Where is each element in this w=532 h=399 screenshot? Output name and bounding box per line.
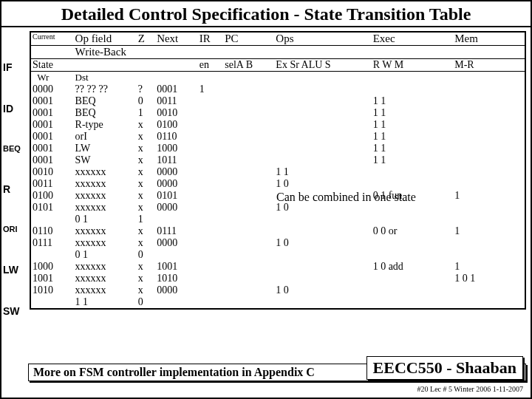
cell-pc <box>223 273 274 284</box>
cell-ops: 1 0 <box>274 237 371 249</box>
cell-st <box>31 214 74 225</box>
cell-ops <box>274 107 371 119</box>
cell-st: 0001 <box>31 131 74 143</box>
cell-pc <box>223 284 274 296</box>
cell-mem <box>453 154 525 166</box>
cell-ir <box>198 273 224 284</box>
cell-mem <box>453 178 525 190</box>
cell-mem: 1 <box>453 261 525 273</box>
cell-pc <box>223 225 274 237</box>
cell-op: orI <box>74 131 137 143</box>
cell-st: 0101 <box>31 202 74 214</box>
cell-z: x <box>137 154 155 166</box>
cell-ops <box>274 249 371 261</box>
table-row: 0001BEQ100101 1 <box>31 107 525 119</box>
cell-op: xxxxxx <box>74 261 137 273</box>
header-row-3: Wr Dst <box>31 72 525 84</box>
header-row-2: State en selA B Ex Sr ALU S R W M M-R <box>31 59 525 72</box>
stage-r: R <box>3 184 28 194</box>
cell-mem: 1 <box>453 225 525 237</box>
cell-ops <box>274 83 371 95</box>
cell-exec <box>372 237 454 249</box>
cell-st <box>31 296 74 308</box>
cell-z: 1 <box>137 107 155 119</box>
table-row: 0000?? ?? ???00011 <box>31 83 525 95</box>
cell-z: x <box>137 284 155 296</box>
table-row: 0001SWx10111 1 <box>31 154 525 166</box>
cell-ir <box>198 202 224 214</box>
cell-ops <box>274 95 371 107</box>
cell-op: xxxxxx <box>74 178 137 190</box>
cell-mem <box>453 284 525 296</box>
sub-s: S <box>325 59 331 70</box>
cell-exec <box>372 273 454 284</box>
hdr-ir: IR <box>198 33 224 46</box>
cell-nx: 1001 <box>155 261 198 273</box>
cell-nx: 0000 <box>155 237 198 249</box>
cell-mem <box>453 237 525 249</box>
hdr-current: Current <box>31 33 74 46</box>
cell-exec: 0 0 or <box>372 225 454 237</box>
cell-op: BEQ <box>74 107 137 119</box>
cell-z: x <box>137 273 155 284</box>
cell-st <box>31 249 74 261</box>
cell-z: x <box>137 143 155 154</box>
table-row: 0111xxxxxxx00001 0 <box>31 237 525 249</box>
hdr-writeback: Write-Back <box>74 46 137 59</box>
cell-mem <box>453 107 525 119</box>
cell-ir <box>198 119 224 131</box>
cell-st: 0100 <box>31 190 74 202</box>
cell-nx: 0000 <box>155 284 198 296</box>
cell-pc <box>223 261 274 273</box>
hdr-ops: Ops <box>274 33 371 46</box>
cell-nx: 0000 <box>155 166 198 178</box>
hdr-next: Next <box>155 33 198 46</box>
cell-op: xxxxxx <box>74 284 137 296</box>
cell-st: 1010 <box>31 284 74 296</box>
cell-exec: 1 1 <box>372 154 454 166</box>
cell-nx: 1011 <box>155 154 198 166</box>
cell-mem <box>453 83 525 95</box>
cell-z: ? <box>137 83 155 95</box>
cell-op: R-type <box>74 119 137 131</box>
cell-mem <box>453 296 525 308</box>
cell-pc <box>223 249 274 261</box>
cell-mem <box>453 214 525 225</box>
cell-pc <box>223 237 274 249</box>
cell-nx <box>155 214 198 225</box>
cell-op: SW <box>74 154 137 166</box>
cell-op: 0 1 <box>74 214 137 225</box>
cell-ops <box>274 225 371 237</box>
cell-nx: 0011 <box>155 95 198 107</box>
cell-nx: 0101 <box>155 190 198 202</box>
cell-exec: 1 1 <box>372 107 454 119</box>
sub-dst: Dst <box>74 72 137 84</box>
cell-pc <box>223 95 274 107</box>
cell-st: 0010 <box>31 166 74 178</box>
combine-annotation: Can be combined in one state <box>276 191 416 204</box>
sub-exsr: Ex Sr <box>276 59 299 70</box>
sub-en: en <box>198 59 224 72</box>
cell-exec <box>372 83 454 95</box>
stage-ori: ORI <box>3 225 28 233</box>
cell-z: 1 <box>137 214 155 225</box>
cell-mem <box>453 249 525 261</box>
cell-pc <box>223 202 274 214</box>
cell-ir <box>198 190 224 202</box>
cell-pc <box>223 119 274 131</box>
hdr-z: Z <box>137 33 155 46</box>
cell-z: 0 <box>137 95 155 107</box>
cell-z: x <box>137 261 155 273</box>
cell-nx: 1000 <box>155 143 198 154</box>
cell-op: BEQ <box>74 95 137 107</box>
cell-nx <box>155 296 198 308</box>
cell-ir <box>198 166 224 178</box>
sub-selab: selA B <box>223 59 274 72</box>
cell-exec: 1 1 <box>372 131 454 143</box>
cell-z: x <box>137 166 155 178</box>
cell-z: x <box>137 178 155 190</box>
cell-st: 0011 <box>31 178 74 190</box>
cell-mem <box>453 202 525 214</box>
cell-exec <box>372 178 454 190</box>
cell-ops: 1 0 <box>274 178 371 190</box>
